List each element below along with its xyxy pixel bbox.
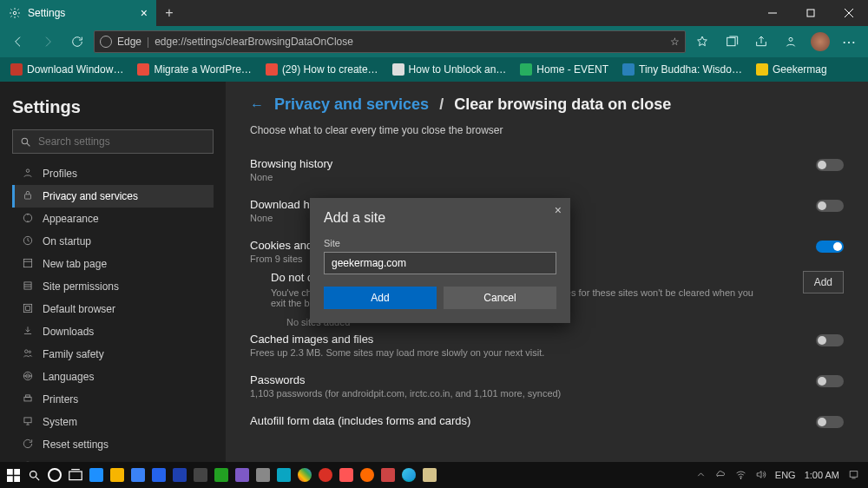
bookmark-item[interactable]: Migrate a WordPre…	[132, 59, 256, 80]
browser-tab[interactable]: Settings ×	[0, 0, 156, 26]
sidebar-item[interactable]: System	[12, 411, 214, 433]
add-site-button[interactable]: Add	[803, 271, 844, 293]
sidebar-item-icon	[22, 212, 34, 227]
favorites-button[interactable]	[689, 29, 715, 55]
edge-icon	[100, 36, 112, 48]
settings-sidebar: Settings ProfilesPrivacy and servicesApp…	[0, 82, 226, 462]
setting-title: Cached images and files	[250, 333, 544, 346]
tray-chevron-icon[interactable]	[695, 469, 707, 482]
window-minimize-button[interactable]	[753, 0, 792, 26]
taskbar-app-icon[interactable]	[108, 465, 127, 485]
sidebar-item[interactable]: Printers	[12, 388, 214, 411]
sidebar-item[interactable]: Languages	[12, 366, 214, 388]
modal-add-button[interactable]: Add	[324, 287, 437, 309]
modal-cancel-button[interactable]: Cancel	[444, 287, 556, 309]
taskbar-app-icon[interactable]	[378, 465, 398, 485]
taskbar-app-icon[interactable]	[191, 465, 210, 485]
taskbar-app-icon[interactable]	[420, 465, 439, 485]
modal-close-button[interactable]: ×	[555, 203, 562, 217]
taskbar-app-icon[interactable]	[399, 465, 418, 485]
nav-refresh-button[interactable]	[64, 29, 90, 55]
setting-toggle[interactable]	[816, 159, 844, 171]
taskbar-app-icon[interactable]	[274, 465, 293, 485]
taskbar-app-icon[interactable]	[87, 465, 106, 485]
new-tab-button[interactable]: +	[156, 5, 182, 21]
sidebar-item-label: On startup	[43, 235, 91, 247]
collections-button[interactable]	[719, 29, 745, 55]
favorite-star-icon[interactable]: ☆	[670, 36, 680, 48]
tray-clock[interactable]: 1:00 AM	[805, 470, 839, 480]
taskbar-app-icon[interactable]	[233, 465, 252, 485]
search-taskbar-icon[interactable]	[24, 465, 43, 485]
tray-volume-icon[interactable]	[755, 469, 766, 482]
setting-toggle[interactable]	[816, 416, 844, 428]
person-button[interactable]	[778, 29, 804, 55]
window-maximize-button[interactable]	[792, 0, 830, 26]
setting-row: Passwords1,103 passwords (for androidpit…	[250, 368, 844, 409]
sidebar-item[interactable]: Downloads	[12, 320, 214, 343]
taskbar-app-icon[interactable]	[128, 465, 148, 485]
sidebar-item[interactable]: Family safety	[12, 343, 214, 366]
setting-toggle[interactable]	[816, 241, 844, 253]
breadcrumb-link[interactable]: Privacy and services	[274, 96, 429, 114]
edge-label: Edge	[117, 36, 141, 48]
tray-notifications-icon[interactable]	[848, 469, 859, 482]
taskbar-app-icon[interactable]	[316, 465, 335, 485]
bookmark-item[interactable]: Download Window…	[5, 59, 128, 80]
sidebar-item[interactable]: New tab page	[12, 253, 214, 275]
more-menu-button[interactable]: ⋯	[837, 29, 863, 55]
search-settings[interactable]	[12, 129, 214, 154]
setting-toggle[interactable]	[816, 334, 844, 346]
setting-toggle[interactable]	[816, 200, 844, 212]
bookmark-item[interactable]: Home - EVENT	[515, 59, 614, 80]
sidebar-item-icon	[22, 280, 34, 294]
start-button[interactable]	[3, 465, 23, 485]
share-button[interactable]	[748, 29, 774, 55]
sidebar-item[interactable]: Site permissions	[12, 275, 214, 298]
modal-title: Add a site	[324, 210, 556, 226]
sidebar-item[interactable]: On startup	[12, 230, 214, 253]
taskview-icon[interactable]	[66, 465, 85, 485]
search-input[interactable]	[38, 135, 206, 148]
sidebar-item-label: Default browser	[43, 303, 115, 315]
sidebar-item[interactable]: Reset settings	[12, 433, 214, 456]
taskbar-app-icon[interactable]	[295, 465, 314, 485]
sidebar-item-label: Reset settings	[43, 439, 108, 451]
svg-rect-18	[23, 304, 31, 312]
bookmark-favicon	[392, 63, 404, 76]
profile-avatar[interactable]	[807, 29, 833, 55]
setting-title: Passwords	[250, 373, 561, 386]
tray-wifi-icon[interactable]	[735, 469, 746, 482]
taskbar-app-icon[interactable]	[212, 465, 231, 485]
tray-onedrive-icon[interactable]	[715, 469, 727, 482]
sidebar-item[interactable]: Profiles	[12, 162, 214, 185]
breadcrumb-back-icon[interactable]: ←	[250, 97, 264, 113]
svg-point-0	[13, 11, 16, 15]
bookmark-item[interactable]: Geekermag	[751, 59, 832, 80]
bookmark-item[interactable]: Tiny Buddha: Wisdo…	[617, 59, 747, 80]
address-bar[interactable]: Edge | edge://settings/clearBrowsingData…	[94, 30, 686, 53]
nav-back-button[interactable]	[5, 29, 31, 55]
site-input[interactable]	[324, 252, 556, 274]
svg-rect-15	[24, 281, 31, 288]
nav-forward-button[interactable]	[35, 29, 61, 55]
sidebar-item[interactable]: Default browser	[12, 298, 214, 320]
tab-close-icon[interactable]: ×	[141, 6, 148, 20]
taskbar-app-icon[interactable]	[358, 465, 377, 485]
cortana-icon[interactable]	[45, 465, 64, 485]
tray-language[interactable]: ENG	[775, 470, 796, 480]
sidebar-item[interactable]: Phone and other devices	[12, 456, 214, 462]
sidebar-item[interactable]: Appearance	[12, 208, 214, 230]
setting-title: Browsing history	[250, 157, 332, 170]
sidebar-title: Settings	[12, 97, 214, 117]
window-close-button[interactable]	[830, 0, 868, 26]
sidebar-item[interactable]: Privacy and services	[12, 185, 214, 208]
taskbar-app-icon[interactable]	[170, 465, 189, 485]
taskbar-app-icon[interactable]	[149, 465, 168, 485]
taskbar-app-icon[interactable]	[253, 465, 273, 485]
bookmark-item[interactable]: (29) How to create…	[260, 59, 384, 80]
bookmark-item[interactable]: How to Unblock an…	[387, 59, 512, 80]
taskbar-app-icon[interactable]	[337, 465, 356, 485]
setting-toggle[interactable]	[816, 375, 844, 387]
sidebar-item-label: Privacy and services	[43, 190, 138, 202]
